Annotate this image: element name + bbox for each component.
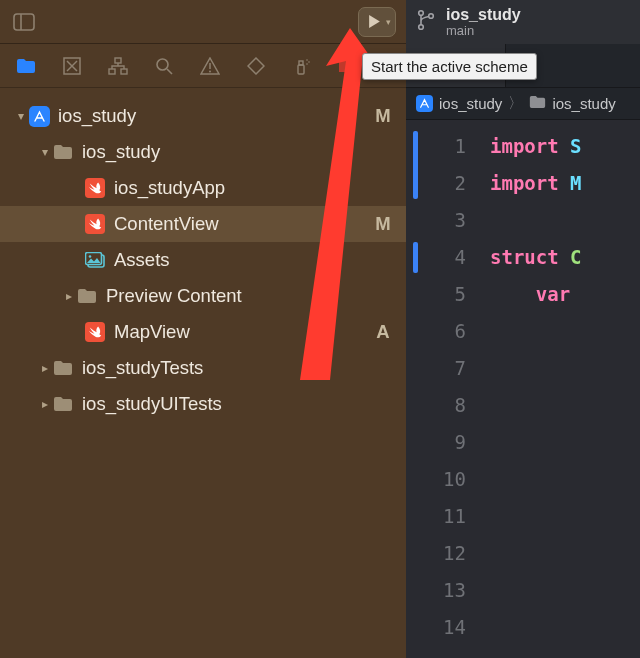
source-control-icon — [63, 57, 81, 75]
diamond-icon — [247, 57, 265, 75]
swift-icon — [84, 322, 106, 342]
editor-area: ios_study main Content ios_study 〉 ios_s… — [406, 0, 640, 658]
spray-icon — [293, 57, 311, 75]
line-number: 11 — [406, 498, 466, 535]
scm-status-badge: A — [372, 321, 394, 343]
tree-item[interactable]: ▸ios_studyUITests — [0, 386, 406, 422]
assets-icon — [84, 252, 106, 268]
path-file: ios_study — [552, 95, 615, 112]
line-number: 7 — [406, 350, 466, 387]
tree-item-label: Preview Content — [106, 285, 372, 307]
code-line[interactable] — [490, 202, 582, 239]
tree-item-label: ios_study — [82, 141, 372, 163]
navigator-project-tab[interactable] — [14, 54, 38, 78]
warning-icon — [200, 57, 220, 75]
navigator-symbols-tab[interactable] — [106, 54, 130, 78]
chevron-icon[interactable]: ▾ — [38, 145, 52, 159]
code-line[interactable] — [490, 350, 582, 387]
line-number: 5 — [406, 276, 466, 313]
swift-icon — [84, 214, 106, 234]
folder-icon — [52, 360, 74, 376]
tree-item[interactable]: ContentViewM — [0, 206, 406, 242]
xcode-project-icon — [28, 106, 50, 127]
code-line[interactable] — [490, 535, 582, 572]
scheme-branch: main — [446, 24, 521, 38]
code-line[interactable] — [490, 572, 582, 609]
xcode-project-icon — [416, 95, 433, 112]
svg-rect-5 — [115, 58, 121, 63]
line-number: 9 — [406, 424, 466, 461]
svg-rect-0 — [14, 14, 34, 30]
tree-item[interactable]: ▸ios_studyTests — [0, 350, 406, 386]
line-number: 10 — [406, 461, 466, 498]
chevron-icon[interactable]: ▸ — [38, 361, 52, 375]
folder-icon — [76, 288, 98, 304]
navigator-debug-tab[interactable] — [290, 54, 314, 78]
svg-rect-12 — [298, 65, 304, 74]
run-button-tooltip: Start the active scheme — [362, 53, 537, 80]
svg-point-8 — [157, 59, 168, 70]
tree-project-root[interactable]: ▾ ios_study M — [0, 98, 406, 134]
tree-item[interactable]: ios_studyApp — [0, 170, 406, 206]
play-icon — [367, 14, 382, 29]
tree-item[interactable]: ▾ios_study — [0, 134, 406, 170]
tree-item[interactable]: ▸Preview Content — [0, 278, 406, 314]
code-line[interactable] — [490, 313, 582, 350]
code-line[interactable] — [490, 461, 582, 498]
line-number: 14 — [406, 609, 466, 646]
chevron-icon[interactable]: ▸ — [38, 397, 52, 411]
swift-icon — [84, 178, 106, 198]
branch-icon — [416, 9, 436, 35]
tree-item-label: Assets — [114, 249, 372, 271]
line-number: 12 — [406, 535, 466, 572]
code-line[interactable] — [490, 609, 582, 646]
change-marker — [413, 131, 418, 199]
scheme-bar[interactable]: ios_study main — [406, 0, 640, 44]
toggle-sidebar-button[interactable] — [10, 8, 38, 36]
code-editor[interactable]: 1234567891011121314 import Simport Mstru… — [406, 120, 640, 658]
source-code[interactable]: import Simport Mstruct C var — [484, 120, 582, 658]
search-icon — [155, 57, 173, 75]
tree-item[interactable]: MapViewA — [0, 314, 406, 350]
scm-status-badge: M — [372, 213, 394, 235]
navigator-breakpoints-tab[interactable] — [336, 54, 360, 78]
scm-status-badge: M — [372, 105, 394, 127]
code-line[interactable]: struct C — [490, 239, 582, 276]
line-number: 6 — [406, 313, 466, 350]
code-line[interactable] — [490, 424, 582, 461]
chevron-down-icon[interactable]: ▾ — [14, 109, 28, 123]
scheme-title: ios_study — [446, 6, 521, 24]
code-line[interactable]: var — [490, 276, 582, 313]
path-bar[interactable]: ios_study 〉 ios_study — [406, 88, 640, 120]
folder-icon — [529, 95, 546, 112]
project-tree: ▾ ios_study M ▾ios_studyios_studyAppCont… — [0, 88, 406, 658]
run-scheme-chevron-icon[interactable]: ▾ — [386, 17, 391, 27]
svg-line-9 — [167, 69, 172, 74]
chevron-icon[interactable]: ▸ — [62, 289, 76, 303]
svg-point-25 — [429, 14, 434, 19]
main-toolbar: ▾ — [0, 0, 406, 44]
code-line[interactable] — [490, 498, 582, 535]
navigator-find-tab[interactable] — [152, 54, 176, 78]
code-line[interactable]: import S — [490, 128, 582, 165]
svg-point-24 — [419, 25, 424, 30]
tree-item-label: ios_studyTests — [82, 357, 372, 379]
code-line[interactable] — [490, 387, 582, 424]
path-project: ios_study — [439, 95, 502, 112]
navigator-tests-tab[interactable] — [244, 54, 268, 78]
svg-point-15 — [308, 61, 310, 63]
tree-item[interactable]: Assets — [0, 242, 406, 278]
navigator-source-control-tab[interactable] — [60, 54, 84, 78]
tree-item-label: ios_studyUITests — [82, 393, 372, 415]
run-button[interactable]: ▾ — [358, 7, 396, 37]
change-marker — [413, 242, 418, 273]
tree-item-label: ContentView — [114, 213, 372, 235]
navigator-issues-tab[interactable] — [198, 54, 222, 78]
line-number-gutter: 1234567891011121314 — [406, 120, 484, 658]
svg-point-23 — [419, 11, 424, 16]
svg-point-21 — [89, 255, 92, 258]
svg-rect-7 — [121, 69, 127, 74]
code-line[interactable]: import M — [490, 165, 582, 202]
hierarchy-icon — [108, 57, 128, 75]
folder-icon — [16, 58, 36, 74]
